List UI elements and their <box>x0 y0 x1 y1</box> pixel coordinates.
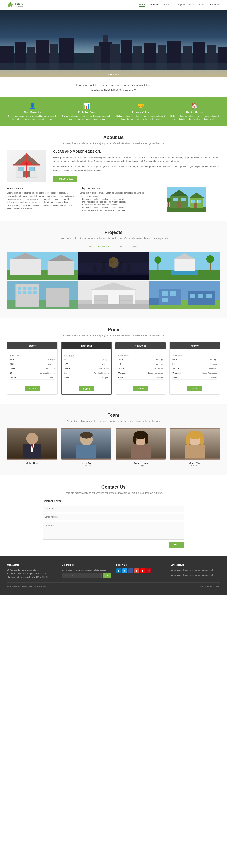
request-quote-button[interactable]: Request Quote <box>53 176 77 182</box>
hero-cityscape <box>0 35 227 70</box>
svg-point-65 <box>154 256 161 264</box>
nav-price[interactable]: Price <box>189 3 194 7</box>
project-item-6[interactable] <box>149 281 220 309</box>
house-gift-svg <box>9 151 44 181</box>
social-googleplus-icon[interactable]: g+ <box>134 568 139 573</box>
about-bottom-grid: What We Do? Lorem ipsum dolor sit amet, … <box>7 187 220 212</box>
team-name-larry: Larry Doe <box>61 462 111 464</box>
footer-copyright: ©2015 EdenRealEstate. All Rights Reserve… <box>7 585 46 587</box>
svg-rect-1 <box>9 2 11 4</box>
footer-latest-col: Latest News Lorem ipsum dolor sit ame, c… <box>171 563 220 579</box>
signup-button-basic[interactable]: Signup <box>25 386 40 391</box>
svg-rect-25 <box>19 167 24 171</box>
team-card-ranith: Ranith Kays Manager <box>116 428 166 467</box>
svg-rect-96 <box>159 289 181 305</box>
site-header: Eden real estate Home Services About Us … <box>0 0 227 10</box>
subscribe-button[interactable]: OK <box>103 573 111 578</box>
nav-about[interactable]: About Us <box>163 3 172 7</box>
project-item-4[interactable] <box>7 281 78 309</box>
about-section: About Us At lorem ipsum available, but t… <box>0 126 227 221</box>
price-grid: Basic $25/ month 3GBStorage 1GBMemory 40… <box>7 342 220 395</box>
nav-contact[interactable]: Contact Us <box>208 3 220 7</box>
contact-name-input[interactable] <box>42 505 185 512</box>
hero-dot-1[interactable] <box>108 74 109 75</box>
feature-title-new-projects: New Projects <box>7 111 58 114</box>
team-name-ranith: Ranith Kays <box>116 462 166 464</box>
contact-message-input[interactable] <box>42 522 185 539</box>
nav-services[interactable]: Services <box>150 3 159 7</box>
svg-rect-44 <box>194 203 197 208</box>
hero-pagination <box>108 74 119 75</box>
projects-section: Projects Lorem ipsum dolor sit amet, ea … <box>0 221 227 318</box>
footer-mailing-col: Mailing list Lorem ipsum dolor sit amet,… <box>62 563 111 579</box>
filter-all[interactable]: ALL <box>87 245 94 248</box>
social-facebook-icon[interactable]: f <box>128 568 133 573</box>
team-photo-larry <box>61 428 111 460</box>
footer-phone: Phone: +00 342 2345 345 | Fax: +23 724 2… <box>7 572 56 576</box>
price-row: UnlimitedEmail Addresses <box>172 371 217 375</box>
logo[interactable]: Eden real estate <box>7 2 23 8</box>
filter-plots[interactable]: PLOTS <box>130 245 140 248</box>
hero-dot-3[interactable] <box>113 74 114 75</box>
project-item-2[interactable] <box>78 252 149 280</box>
price-footer-advanced: Signup <box>115 383 166 394</box>
social-linkedin-icon[interactable]: in <box>116 568 121 573</box>
hero-dot-5[interactable] <box>118 74 119 75</box>
nav-team[interactable]: Team <box>199 3 204 7</box>
project-thumb-svg-6 <box>149 281 220 309</box>
filter-villas[interactable]: VILLAS <box>118 245 128 248</box>
house-gift-image <box>7 150 46 182</box>
price-row: 50GBStorage <box>172 358 217 362</box>
svg-rect-22 <box>0 63 227 70</box>
team-photo-john <box>7 428 57 460</box>
svg-rect-49 <box>10 259 41 275</box>
contact-email-input[interactable] <box>42 514 185 520</box>
price-header-basic: Basic <box>7 342 57 349</box>
feature-new-projects: 👤 New Projects Nullam ac rhoncus sapien,… <box>7 102 58 121</box>
svg-point-61 <box>109 257 119 268</box>
social-pinterest-icon[interactable]: P <box>146 568 151 573</box>
svg-rect-69 <box>174 259 195 271</box>
price-header-advanced: Advanced <box>115 342 166 349</box>
price-footer-basic: Signup <box>7 383 57 394</box>
social-twitter-icon[interactable]: t <box>122 568 127 573</box>
price-card-standard: Standard $35/ month 5GBStorage 1GBMemory… <box>61 342 112 395</box>
nav-projects[interactable]: Projects <box>176 3 185 7</box>
svg-rect-77 <box>28 287 32 289</box>
price-card-mighty: Mighty $500/ month 50GBStorage 8GBMemory… <box>169 342 220 395</box>
nav-home[interactable]: Home <box>139 3 145 7</box>
team-grid: John Doe CEO <box>7 428 220 467</box>
main-nav: Home Services About Us Projects Price Te… <box>139 3 220 7</box>
signup-button-mighty[interactable]: Signup <box>187 386 202 391</box>
social-youtube-icon[interactable]: ▶ <box>140 568 145 573</box>
feature-icon-rent: 🏠 <box>169 102 220 109</box>
about-text-block: CLEAN AND MODERN DESIGN. Lorem ipsum dol… <box>53 150 220 182</box>
project-item-3[interactable] <box>149 252 220 280</box>
subscribe-input[interactable] <box>62 573 102 578</box>
feature-icon-new-projects: 👤 <box>7 102 58 109</box>
latest-item-2: Lorem ipsum dolor sit ame, cia sum adist… <box>171 573 220 577</box>
footer-website-link[interactable]: http://www.edeniao.com/s90ty9ytd878yHPAR… <box>7 576 56 579</box>
svg-rect-45 <box>168 201 169 207</box>
signup-button-standard[interactable]: Signup <box>79 386 94 392</box>
filter-new-projects[interactable]: NEW PROJECTS <box>96 245 116 248</box>
team-photo-joan <box>170 428 220 460</box>
contact-send-button[interactable]: SEND <box>169 541 185 548</box>
hero-dot-4[interactable] <box>115 74 117 75</box>
price-section: Price At lorem ipsum available, but the … <box>0 318 227 404</box>
price-footer-standard: Signup <box>61 383 111 394</box>
project-item-1[interactable] <box>7 252 78 280</box>
hero-dot-2[interactable] <box>110 74 112 75</box>
project-item-5[interactable] <box>78 281 149 309</box>
logo-icon <box>7 2 13 8</box>
contact-title: Contact Us <box>7 484 220 490</box>
svg-rect-74 <box>46 288 69 307</box>
footer-design-by: Design by TemplateMo <box>200 585 220 587</box>
price-row: 10GBStorage <box>118 358 163 362</box>
team-name-john: John Doe <box>7 462 57 464</box>
signup-button-advanced[interactable]: Signup <box>133 386 148 391</box>
project-thumb-svg-4 <box>7 281 78 309</box>
modern-house-svg <box>167 187 206 212</box>
subscribe-row: OK <box>62 573 111 578</box>
price-row: 1024GBBandwidth <box>172 366 217 371</box>
